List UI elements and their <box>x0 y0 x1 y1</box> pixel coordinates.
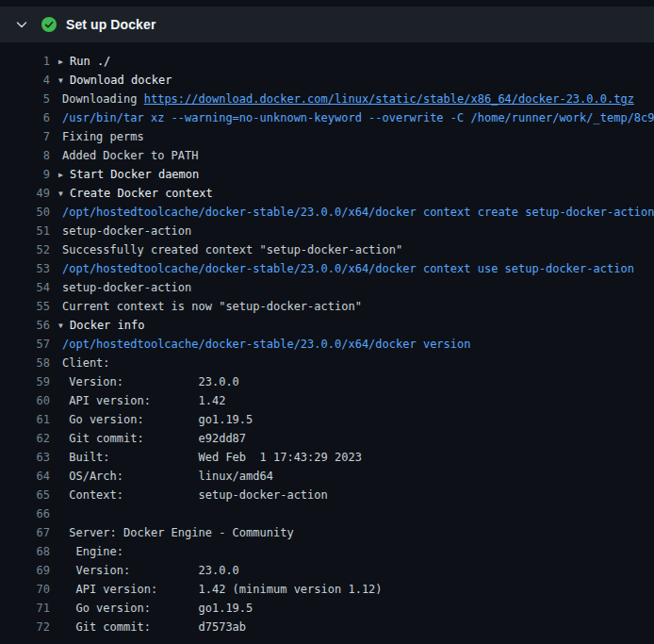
triangle-right-icon: ▶ <box>58 166 70 185</box>
log-line: 52Successfully created context "setup-do… <box>0 240 654 259</box>
log-command-text: /opt/hostedtoolcache/docker-stable/23.0.… <box>62 203 654 222</box>
group-title-text: Create Docker context <box>70 187 213 200</box>
log-line: 64 OS/Arch: linux/amd64 <box>0 467 654 486</box>
log-line: 66 <box>0 504 654 523</box>
log-line: 54setup-docker-action <box>0 278 654 297</box>
log-text: setup-docker-action <box>62 278 191 297</box>
line-number[interactable]: 9 <box>0 165 50 184</box>
log-text: setup-docker-action <box>62 222 191 240</box>
group-title: ▼Create Docker context <box>58 184 213 203</box>
log-text: Server: Docker Engine - Community <box>62 523 294 542</box>
success-check-icon <box>41 17 57 32</box>
line-number[interactable]: 56 <box>0 316 50 335</box>
line-number[interactable]: 64 <box>0 467 50 486</box>
log-line: 60 API version: 1.42 <box>0 391 654 410</box>
log-line: 69 Version: 23.0.0 <box>0 561 654 580</box>
line-number[interactable]: 57 <box>0 335 50 354</box>
log-text: Fixing perms <box>62 127 144 146</box>
line-number[interactable]: 60 <box>0 391 50 410</box>
line-number[interactable]: 62 <box>0 429 50 448</box>
group-title: ▶Start Docker daemon <box>58 165 199 184</box>
line-number[interactable]: 58 <box>0 354 50 372</box>
log-text: Built: Wed Feb 1 17:43:29 2023 <box>62 448 362 467</box>
log-line: 51setup-docker-action <box>0 222 654 240</box>
line-number[interactable]: 1 <box>0 52 50 71</box>
log-line: 59 Version: 23.0.0 <box>0 372 654 391</box>
line-number[interactable]: 68 <box>0 542 50 561</box>
log-line: 53/opt/hostedtoolcache/docker-stable/23.… <box>0 259 654 278</box>
log-text: Client: <box>62 354 110 372</box>
line-number[interactable]: 65 <box>0 486 50 504</box>
line-number[interactable]: 54 <box>0 278 50 297</box>
log-text: Successfully created context "setup-dock… <box>62 240 402 259</box>
log-line: 67 Server: Docker Engine - Community <box>0 523 654 542</box>
line-number[interactable]: 7 <box>0 127 50 146</box>
line-number[interactable]: 51 <box>0 222 50 240</box>
log-group-row[interactable]: 4▼Download docker <box>0 71 654 90</box>
line-number[interactable]: 4 <box>0 71 50 90</box>
log-text: Version: 23.0.0 <box>62 372 239 391</box>
line-number[interactable]: 8 <box>0 146 50 165</box>
line-number[interactable]: 70 <box>0 580 50 599</box>
step-title: Set up Docker <box>66 17 155 32</box>
line-number[interactable]: 52 <box>0 240 50 259</box>
line-number[interactable]: 53 <box>0 259 50 278</box>
log-text: Version: 23.0.0 <box>62 561 239 580</box>
line-number[interactable]: 5 <box>0 90 50 108</box>
log-line: 65 Context: setup-docker-action <box>0 486 654 504</box>
log-line: 8Added Docker to PATH <box>0 146 654 165</box>
log-line: 7Fixing perms <box>0 127 654 146</box>
log-line: 5Downloading https://download.docker.com… <box>0 90 654 108</box>
line-number[interactable]: 69 <box>0 561 50 580</box>
chevron-down-icon[interactable] <box>11 14 32 35</box>
triangle-down-icon: ▼ <box>58 317 70 336</box>
log-group-row[interactable]: 49▼Create Docker context <box>0 184 654 203</box>
line-number[interactable]: 72 <box>0 618 50 636</box>
line-number[interactable]: 61 <box>0 410 50 429</box>
triangle-down-icon: ▼ <box>58 185 70 204</box>
triangle-down-icon: ▼ <box>58 72 70 91</box>
log-line: 62 Git commit: e92dd87 <box>0 429 654 448</box>
log-line: 58Client: <box>0 354 654 372</box>
log-text: Git commit: d7573ab <box>62 618 246 636</box>
log-line: 72 Git commit: d7573ab <box>0 618 654 636</box>
group-title: ▼Download docker <box>58 71 172 90</box>
log-text: OS/Arch: linux/amd64 <box>62 467 273 486</box>
line-number[interactable]: 49 <box>0 184 50 203</box>
line-number[interactable]: 67 <box>0 523 50 542</box>
log-text: Engine: <box>62 542 123 561</box>
group-title: ▼Docker info <box>58 316 144 335</box>
group-title: ▶Run ./ <box>58 52 110 71</box>
line-number[interactable]: 63 <box>0 448 50 467</box>
log-line: 6/usr/bin/tar xz --warning=no-unknown-ke… <box>0 108 654 127</box>
log-group-row[interactable]: 1▶Run ./ <box>0 52 654 71</box>
triangle-right-icon: ▶ <box>58 53 70 72</box>
log-url-link[interactable]: https://download.docker.com/linux/static… <box>144 92 634 106</box>
log-text: Downloading https://download.docker.com/… <box>62 90 634 108</box>
log-line: 70 API version: 1.42 (minimum version 1.… <box>0 580 654 599</box>
log-command-text: /opt/hostedtoolcache/docker-stable/23.0.… <box>62 259 634 278</box>
log-line: 71 Go version: go1.19.5 <box>0 599 654 618</box>
log-line: 50/opt/hostedtoolcache/docker-stable/23.… <box>0 203 654 222</box>
line-number[interactable]: 55 <box>0 297 50 316</box>
log-text: Context: setup-docker-action <box>62 486 328 504</box>
log-text: Go version: go1.19.5 <box>62 599 253 618</box>
log-group-row[interactable]: 9▶Start Docker daemon <box>0 165 654 184</box>
line-number[interactable]: 66 <box>0 504 50 523</box>
log-text: Added Docker to PATH <box>62 146 199 165</box>
line-number[interactable]: 6 <box>0 108 50 127</box>
group-title-text: Run ./ <box>70 55 110 68</box>
group-title-text: Start Docker daemon <box>70 168 199 181</box>
log-text: API version: 1.42 <box>62 391 225 410</box>
step-header[interactable]: Set up Docker <box>0 7 654 42</box>
line-number[interactable]: 50 <box>0 203 50 222</box>
log-group-row[interactable]: 56▼Docker info <box>0 316 654 335</box>
log-line: 57/opt/hostedtoolcache/docker-stable/23.… <box>0 335 654 354</box>
log-lines[interactable]: 1▶Run ./4▼Download docker5Downloading ht… <box>0 42 654 636</box>
log-line: 55Current context is now "setup-docker-a… <box>0 297 654 316</box>
line-number[interactable]: 59 <box>0 372 50 391</box>
line-number[interactable]: 71 <box>0 599 50 618</box>
log-text-segment: Downloading <box>62 92 144 106</box>
log-text: API version: 1.42 (minimum version 1.12) <box>62 580 383 599</box>
log-text: Current context is now "setup-docker-act… <box>62 297 362 316</box>
